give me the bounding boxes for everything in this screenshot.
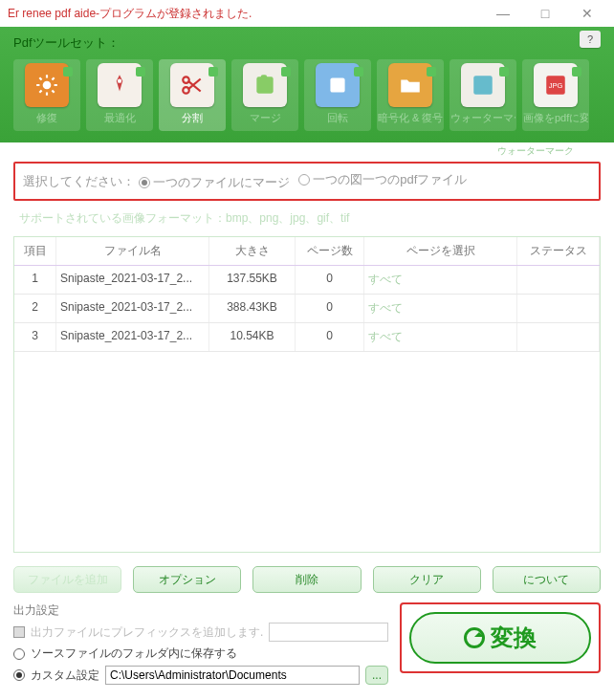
output-path-input[interactable] bbox=[105, 666, 360, 685]
refresh-icon bbox=[464, 627, 485, 648]
option-button[interactable]: オプション bbox=[133, 566, 241, 593]
badge-icon bbox=[572, 67, 581, 77]
one-image-one-pdf-radio[interactable]: 一つの図一つのpdfファイル bbox=[298, 171, 467, 188]
delete-button[interactable]: 削除 bbox=[252, 566, 361, 593]
select-label: 選択してください： bbox=[23, 174, 135, 188]
svg-rect-7 bbox=[473, 76, 493, 95]
tool-rotate[interactable]: 回転 bbox=[304, 59, 371, 131]
radio-icon bbox=[298, 174, 310, 186]
col-size: 大きさ bbox=[209, 237, 296, 265]
col-filename: ファイル名 bbox=[56, 237, 209, 265]
tool-label: 回転 bbox=[327, 111, 348, 125]
svg-rect-5 bbox=[261, 75, 268, 78]
toolbar-header: ? Pdfツールセット： 修復 最適化 bbox=[0, 27, 614, 142]
tool-label: 画像をpdfに変換 bbox=[523, 111, 588, 125]
col-pages: ページ数 bbox=[296, 237, 364, 265]
about-button[interactable]: について bbox=[493, 566, 601, 593]
browse-button[interactable]: ... bbox=[365, 666, 388, 685]
tool-label: 暗号化 & 復号化 bbox=[378, 111, 443, 125]
tool-label: 分割 bbox=[182, 111, 203, 125]
toolset-label: Pdfツールセット： bbox=[13, 34, 601, 52]
badge-icon bbox=[208, 67, 218, 77]
merge-one-file-radio[interactable]: 一つのファイルにマージ bbox=[139, 174, 290, 191]
tool-label: 修復 bbox=[36, 111, 57, 125]
tool-label: マージ bbox=[250, 111, 281, 125]
convert-button[interactable]: 変換 bbox=[409, 612, 591, 664]
maximize-button[interactable]: □ bbox=[524, 0, 566, 27]
custom-label: カスタム設定 bbox=[31, 667, 99, 684]
svg-rect-4 bbox=[256, 77, 273, 93]
minimize-button[interactable]: — bbox=[482, 0, 524, 27]
tool-strip: 修復 最適化 分割 マージ bbox=[13, 59, 601, 131]
add-file-button[interactable]: ファイルを追加 bbox=[13, 566, 121, 593]
tool-label: ウォーターマーク bbox=[450, 111, 515, 125]
col-select-pages: ページを選択 bbox=[364, 237, 517, 265]
close-button[interactable]: ✕ bbox=[566, 0, 608, 27]
titlebar: Er renee pdf aide-プログラムが登録されました. — □ ✕ bbox=[0, 0, 614, 27]
tool-split[interactable]: 分割 bbox=[159, 59, 226, 131]
help-icon[interactable]: ? bbox=[580, 31, 601, 48]
prefix-label: 出力ファイルにプレフィックスを追加します. bbox=[31, 624, 263, 641]
badge-icon bbox=[136, 67, 145, 77]
badge-icon bbox=[499, 67, 509, 77]
file-table: 項目 ファイル名 大きさ ページ数 ページを選択 ステータス 1 Snipast… bbox=[13, 236, 601, 553]
tool-encrypt[interactable]: 暗号化 & 復号化 bbox=[377, 59, 444, 131]
badge-icon bbox=[281, 67, 291, 77]
app-window: Er renee pdf aide-プログラムが登録されました. — □ ✕ ?… bbox=[0, 0, 614, 700]
bottom-area: 出力設定 出力ファイルにプレフィックスを追加します. ソースファイルのフォルダ内… bbox=[13, 602, 601, 689]
badge-icon bbox=[63, 67, 73, 77]
badge-icon bbox=[427, 67, 436, 77]
tool-label: 最適化 bbox=[104, 111, 136, 125]
convert-highlight: 変換 bbox=[400, 602, 601, 673]
col-index: 項目 bbox=[14, 237, 56, 265]
table-row[interactable]: 1 Snipaste_2021-03-17_2... 137.55KB 0 すべ… bbox=[14, 266, 600, 295]
window-title: Er renee pdf aide-プログラムが登録されました. bbox=[6, 6, 482, 22]
badge-icon bbox=[354, 67, 363, 77]
content-area: 選択してください： 一つのファイルにマージ 一つの図一つのpdfファイル サポー… bbox=[0, 162, 614, 700]
prefix-input[interactable] bbox=[269, 623, 388, 642]
radio-icon bbox=[139, 177, 150, 188]
watermark-label: ウォーターマーク bbox=[0, 142, 614, 162]
output-settings: 出力設定 出力ファイルにプレフィックスを追加します. ソースファイルのフォルダ内… bbox=[13, 602, 388, 689]
svg-rect-6 bbox=[330, 77, 344, 92]
tool-optimize[interactable]: 最適化 bbox=[86, 59, 153, 131]
table-header: 項目 ファイル名 大きさ ページ数 ページを選択 ステータス bbox=[14, 237, 600, 266]
svg-point-1 bbox=[118, 79, 121, 83]
svg-point-0 bbox=[43, 81, 52, 90]
clear-button[interactable]: クリア bbox=[373, 566, 481, 593]
svg-text:JPG: JPG bbox=[549, 81, 563, 90]
same-folder-radio[interactable] bbox=[13, 648, 25, 660]
supported-formats: サポートされている画像フォーマット：bmp、png、jpg、gif、tif bbox=[13, 208, 601, 236]
same-folder-label: ソースファイルのフォルダ内に保存する bbox=[31, 645, 237, 662]
col-status: ステータス bbox=[517, 237, 600, 265]
tool-merge[interactable]: マージ bbox=[231, 59, 298, 131]
tool-image-to-pdf[interactable]: JPG 画像をpdfに変換 bbox=[522, 59, 589, 131]
table-row[interactable]: 2 Snipaste_2021-03-17_2... 388.43KB 0 すべ… bbox=[14, 295, 600, 323]
merge-options: 選択してください： 一つのファイルにマージ 一つの図一つのpdfファイル bbox=[13, 162, 601, 201]
table-row[interactable]: 3 Snipaste_2021-03-17_2... 10.54KB 0 すべて bbox=[14, 323, 600, 352]
prefix-checkbox[interactable] bbox=[13, 626, 25, 638]
tool-watermark[interactable]: ウォーターマーク bbox=[450, 59, 516, 131]
custom-folder-radio[interactable] bbox=[13, 669, 25, 681]
tool-repair[interactable]: 修復 bbox=[13, 59, 80, 131]
action-buttons: ファイルを追加 オプション 削除 クリア について bbox=[13, 566, 601, 593]
output-heading: 出力設定 bbox=[13, 602, 388, 619]
